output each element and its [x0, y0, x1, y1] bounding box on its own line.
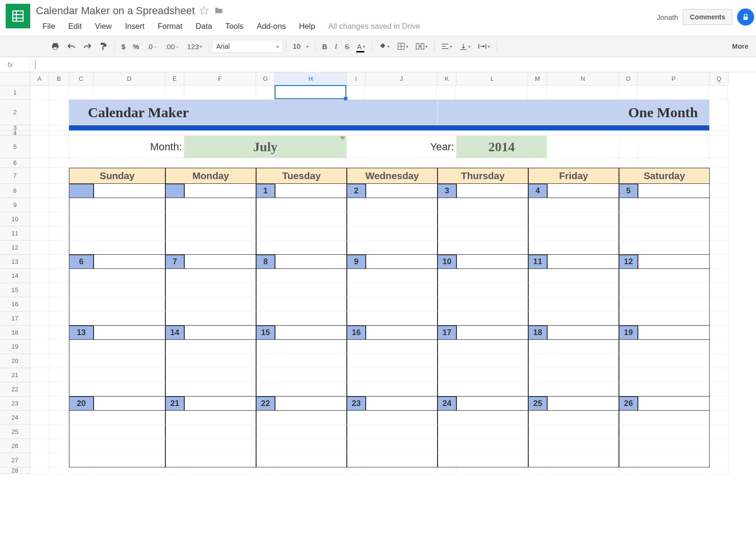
day-body-cell[interactable]	[165, 354, 256, 368]
cell[interactable]	[49, 283, 69, 297]
cell[interactable]	[49, 340, 69, 354]
cell[interactable]	[49, 425, 69, 439]
day-body-cell[interactable]	[619, 269, 710, 283]
menu-view[interactable]: View	[88, 20, 118, 33]
cell[interactable]	[184, 255, 256, 269]
cell[interactable]	[710, 439, 729, 453]
cell[interactable]	[49, 382, 69, 397]
dow-header[interactable]: Wednesday	[347, 168, 438, 184]
day-body-cell[interactable]	[165, 311, 256, 326]
cell[interactable]	[547, 255, 619, 269]
date-number-cell[interactable]: 4	[528, 184, 547, 198]
day-body-cell[interactable]	[165, 425, 256, 439]
cell[interactable]	[710, 340, 729, 354]
select-all-corner[interactable]	[0, 72, 30, 86]
cell[interactable]	[528, 131, 547, 136]
col-header[interactable]: D	[94, 72, 165, 86]
cell[interactable]	[456, 255, 528, 269]
cell[interactable]	[366, 255, 438, 269]
row-header[interactable]: 9	[0, 198, 30, 212]
cell[interactable]	[184, 326, 256, 340]
cell[interactable]	[547, 136, 619, 158]
row-header[interactable]: 22	[0, 382, 30, 397]
cell[interactable]	[638, 255, 710, 269]
cell[interactable]	[366, 326, 438, 340]
cell[interactable]	[49, 136, 69, 158]
cell[interactable]	[365, 86, 437, 100]
day-body-cell[interactable]	[619, 425, 710, 439]
currency-button[interactable]: $	[118, 39, 129, 53]
day-body-cell[interactable]	[256, 226, 347, 241]
cell[interactable]	[619, 158, 638, 168]
day-body-cell[interactable]	[619, 382, 710, 397]
col-header[interactable]: H	[275, 72, 347, 86]
day-body-cell[interactable]	[438, 226, 528, 241]
cell[interactable]	[49, 311, 69, 326]
row-header[interactable]: 21	[0, 368, 30, 382]
day-body-cell[interactable]	[528, 241, 619, 255]
cell[interactable]	[30, 283, 49, 297]
date-number-cell[interactable]: 25	[528, 397, 547, 411]
cell[interactable]	[347, 131, 366, 136]
cell[interactable]	[618, 86, 637, 100]
day-body-cell[interactable]	[256, 198, 347, 212]
cell[interactable]	[30, 467, 49, 474]
day-body-cell[interactable]	[69, 283, 165, 297]
cell[interactable]	[30, 340, 49, 354]
date-number-cell[interactable]: 3	[438, 184, 456, 198]
day-body-cell[interactable]	[438, 241, 528, 255]
day-body-cell[interactable]	[347, 283, 438, 297]
day-body-cell[interactable]	[165, 411, 256, 425]
cell[interactable]	[710, 354, 729, 368]
cell[interactable]	[275, 467, 347, 474]
day-body-cell[interactable]	[528, 269, 619, 283]
cell[interactable]	[49, 131, 69, 136]
cell[interactable]	[438, 131, 456, 136]
cell[interactable]	[547, 326, 619, 340]
col-header[interactable]: Q	[710, 72, 729, 86]
day-body-cell[interactable]	[347, 241, 438, 255]
day-body-cell[interactable]	[347, 198, 438, 212]
cell[interactable]	[165, 131, 184, 136]
day-body-cell[interactable]	[165, 212, 256, 226]
day-body-cell[interactable]	[528, 368, 619, 382]
day-body-cell[interactable]	[438, 198, 528, 212]
col-header[interactable]: A	[30, 72, 49, 86]
cell[interactable]	[710, 326, 729, 340]
day-body-cell[interactable]	[347, 297, 438, 311]
date-number-cell[interactable]: 20	[69, 397, 94, 411]
date-number-cell[interactable]: 19	[619, 326, 638, 340]
day-body-cell[interactable]	[256, 439, 347, 453]
day-body-cell[interactable]	[69, 340, 165, 354]
cell[interactable]	[710, 136, 729, 158]
cell[interactable]	[637, 86, 709, 100]
date-number-cell[interactable]: 13	[69, 326, 94, 340]
day-body-cell[interactable]	[438, 311, 528, 326]
day-body-cell[interactable]	[69, 241, 165, 255]
day-body-cell[interactable]	[69, 439, 165, 453]
cell[interactable]	[49, 226, 69, 241]
date-number-cell[interactable]: 21	[165, 397, 184, 411]
col-header[interactable]: L	[456, 72, 528, 86]
menu-addons[interactable]: Add-ons	[250, 20, 292, 33]
cell[interactable]	[94, 326, 165, 340]
day-body-cell[interactable]	[69, 354, 165, 368]
cell[interactable]	[94, 158, 165, 168]
cell[interactable]	[528, 158, 547, 168]
cell[interactable]	[366, 397, 438, 411]
cell[interactable]	[547, 184, 619, 198]
dow-header[interactable]: Sunday	[69, 168, 165, 184]
cell[interactable]	[94, 86, 165, 100]
day-body-cell[interactable]	[528, 453, 619, 467]
cell[interactable]	[30, 136, 49, 158]
day-body-cell[interactable]	[69, 411, 165, 425]
day-body-cell[interactable]	[528, 439, 619, 453]
day-body-cell[interactable]	[256, 368, 347, 382]
col-header[interactable]: B	[49, 72, 69, 86]
row-header[interactable]: 5	[0, 136, 30, 158]
day-body-cell[interactable]	[256, 212, 347, 226]
day-body-cell[interactable]	[69, 297, 165, 311]
day-body-cell[interactable]	[619, 226, 710, 241]
cell[interactable]	[49, 168, 69, 184]
col-header[interactable]: E	[165, 72, 184, 86]
